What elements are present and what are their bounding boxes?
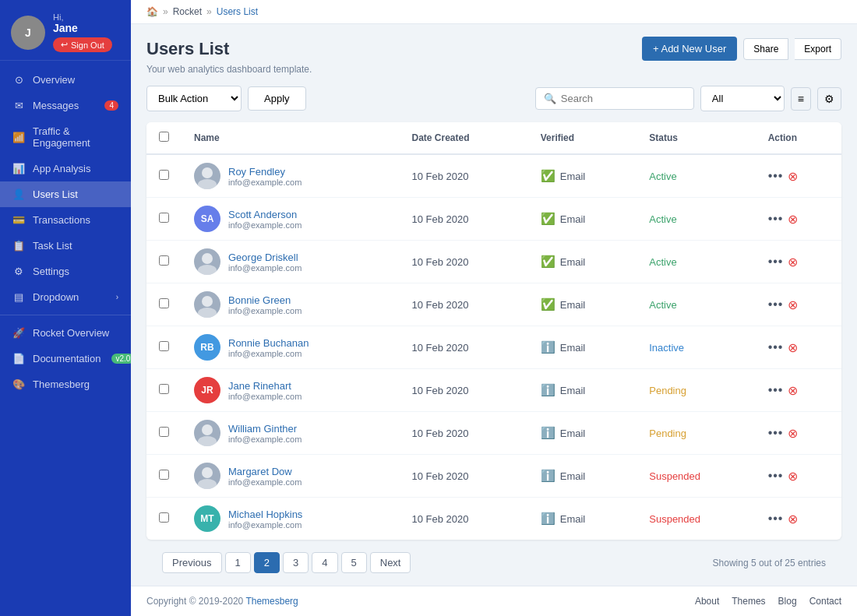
verified-cell: ℹ️ Email bbox=[528, 498, 637, 540]
footer-links: About Themes Blog Contact bbox=[695, 596, 841, 607]
sign-out-button[interactable]: ↩ Sign Out bbox=[53, 37, 112, 52]
more-actions-button[interactable]: ••• bbox=[768, 469, 784, 483]
row-checkbox[interactable] bbox=[159, 470, 169, 480]
user-email: info@example.com bbox=[228, 392, 302, 401]
delete-button[interactable]: ⊗ bbox=[788, 340, 798, 355]
user-email: info@example.com bbox=[228, 520, 302, 530]
traffic-icon: 📶 bbox=[12, 132, 25, 143]
table-row: William Ginther info@example.com 10 Feb … bbox=[146, 412, 841, 455]
sidebar-item-task-list[interactable]: 📋 Task List bbox=[0, 233, 131, 259]
more-actions-button[interactable]: ••• bbox=[768, 169, 784, 183]
more-actions-button[interactable]: ••• bbox=[768, 340, 784, 354]
delete-button[interactable]: ⊗ bbox=[788, 383, 798, 398]
verified-cell: ✅ Email bbox=[528, 198, 637, 241]
user-info: Jane Rinehart info@example.com bbox=[228, 380, 302, 401]
transactions-icon: 💳 bbox=[12, 214, 25, 226]
select-all-checkbox[interactable] bbox=[159, 132, 169, 142]
bulk-action-select[interactable]: Bulk Action Delete Activate Deactivate bbox=[146, 86, 242, 111]
date-cell: 10 Feb 2020 bbox=[400, 198, 528, 241]
messages-icon: ✉ bbox=[12, 100, 25, 111]
row-checkbox[interactable] bbox=[159, 170, 169, 180]
more-actions-button[interactable]: ••• bbox=[768, 212, 784, 226]
page-header: Users List + Add New User Share Export bbox=[146, 37, 841, 61]
more-actions-button[interactable]: ••• bbox=[768, 512, 784, 526]
users-table-container: Name Date Created Verified Status Action… bbox=[146, 122, 841, 540]
filter-select[interactable]: All Active Inactive Pending Suspended bbox=[700, 86, 785, 111]
status-badge: Pending bbox=[649, 385, 686, 396]
sidebar-item-rocket-overview[interactable]: 🚀 Rocket Overview bbox=[0, 320, 131, 346]
sidebar-username: Jane bbox=[53, 22, 112, 34]
more-actions-button[interactable]: ••• bbox=[768, 383, 784, 397]
sidebar-item-users-list[interactable]: 👤 Users List bbox=[0, 181, 131, 207]
add-new-user-button[interactable]: + Add New User bbox=[642, 37, 737, 61]
sidebar-item-overview[interactable]: ⊙ Overview bbox=[0, 67, 131, 93]
row-checkbox[interactable] bbox=[159, 341, 169, 351]
header-actions: + Add New User Share Export bbox=[642, 37, 841, 61]
sidebar-item-label: Messages bbox=[33, 100, 79, 111]
verified-label: Email bbox=[560, 342, 586, 354]
row-checkbox[interactable] bbox=[159, 255, 169, 266]
page-btn-3[interactable]: 3 bbox=[283, 552, 309, 573]
status-cell: Active bbox=[637, 154, 755, 198]
next-button[interactable]: Next bbox=[370, 552, 411, 573]
sidebar-item-dropdown[interactable]: ▤ Dropdown › bbox=[0, 284, 131, 310]
page-btn-1[interactable]: 1 bbox=[225, 552, 251, 573]
delete-button[interactable]: ⊗ bbox=[788, 212, 798, 227]
footer-link-themes[interactable]: Themes bbox=[732, 596, 765, 607]
more-actions-button[interactable]: ••• bbox=[768, 426, 784, 440]
delete-button[interactable]: ⊗ bbox=[788, 426, 798, 441]
page-title: Users List bbox=[146, 39, 229, 59]
footer-link-about[interactable]: About bbox=[695, 596, 719, 607]
row-checkbox[interactable] bbox=[159, 384, 169, 394]
delete-button[interactable]: ⊗ bbox=[788, 169, 798, 184]
row-checkbox[interactable] bbox=[159, 213, 169, 223]
delete-button[interactable]: ⊗ bbox=[788, 255, 798, 269]
prev-button[interactable]: Previous bbox=[162, 552, 222, 573]
footer-link-contact[interactable]: Contact bbox=[809, 596, 841, 607]
user-name-cell: JR Jane Rinehart info@example.com bbox=[182, 369, 400, 412]
sidebar-item-themesberg[interactable]: 🎨 Themesberg bbox=[0, 371, 131, 397]
sidebar-item-documentation[interactable]: 📄 Documentation v2.0 bbox=[0, 346, 131, 371]
user-info: George Driskell info@example.com bbox=[228, 252, 302, 273]
sidebar-item-label: Overview bbox=[33, 74, 75, 86]
page-btn-5[interactable]: 5 bbox=[341, 552, 367, 573]
delete-button[interactable]: ⊗ bbox=[788, 469, 798, 484]
delete-button[interactable]: ⊗ bbox=[788, 297, 798, 312]
user-cell: RB Ronnie Buchanan info@example.com bbox=[194, 334, 387, 361]
page-btn-2[interactable]: 2 bbox=[254, 552, 280, 573]
date-cell: 10 Feb 2020 bbox=[400, 412, 528, 455]
page-btn-4[interactable]: 4 bbox=[312, 552, 337, 573]
sidebar-item-messages[interactable]: ✉ Messages 4 bbox=[0, 93, 131, 118]
sidebar-item-app-analysis[interactable]: 📊 App Analysis bbox=[0, 156, 131, 181]
settings-icon-button[interactable]: ⚙ bbox=[817, 87, 841, 111]
user-name: William Ginther bbox=[228, 423, 302, 435]
action-cell: ••• ⊗ bbox=[756, 241, 841, 283]
filter-icon-button[interactable]: ≡ bbox=[791, 87, 811, 111]
row-checkbox[interactable] bbox=[159, 298, 169, 308]
more-actions-button[interactable]: ••• bbox=[768, 297, 784, 312]
apply-button[interactable]: Apply bbox=[248, 86, 306, 111]
sidebar-item-transactions[interactable]: 💳 Transactions bbox=[0, 207, 131, 233]
more-actions-button[interactable]: ••• bbox=[768, 255, 784, 269]
status-badge: Active bbox=[649, 299, 676, 311]
table-row: JR Jane Rinehart info@example.com 10 Feb… bbox=[146, 369, 841, 412]
row-checkbox[interactable] bbox=[159, 512, 169, 523]
export-button[interactable]: Export bbox=[795, 38, 841, 60]
col-name: Name bbox=[182, 122, 400, 154]
sidebar-item-traffic[interactable]: 📶 Traffic & Engagement bbox=[0, 118, 131, 156]
sidebar-divider bbox=[0, 315, 131, 315]
search-input[interactable] bbox=[561, 93, 686, 104]
delete-button[interactable]: ⊗ bbox=[788, 512, 798, 526]
footer: Copyright © 2019-2020 Themesberg About T… bbox=[131, 586, 857, 616]
breadcrumb-rocket[interactable]: Rocket bbox=[173, 6, 202, 17]
sidebar-item-settings[interactable]: ⚙ Settings bbox=[0, 259, 131, 284]
row-checkbox[interactable] bbox=[159, 427, 169, 437]
table-row: George Driskell info@example.com 10 Feb … bbox=[146, 241, 841, 283]
svg-point-5 bbox=[198, 308, 217, 318]
users-table: Name Date Created Verified Status Action… bbox=[146, 122, 841, 540]
user-name-cell: Bonnie Green info@example.com bbox=[182, 283, 400, 326]
footer-link-blog[interactable]: Blog bbox=[778, 596, 797, 607]
action-buttons: ••• ⊗ bbox=[768, 383, 829, 398]
share-button[interactable]: Share bbox=[743, 38, 788, 60]
footer-brand-link[interactable]: Themesberg bbox=[245, 596, 298, 607]
